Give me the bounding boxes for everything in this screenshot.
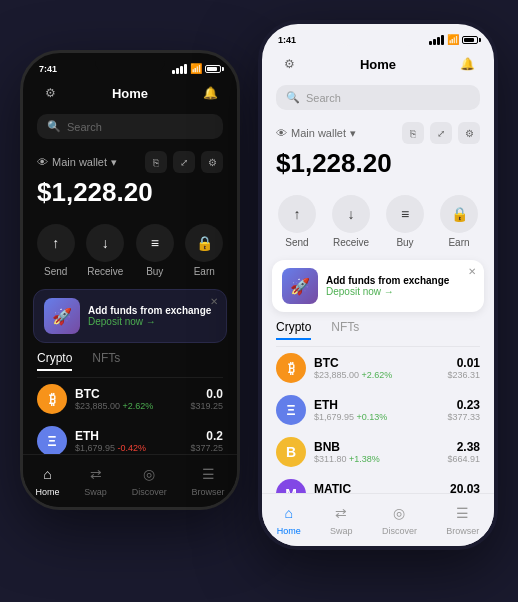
light-coin-matic[interactable]: M MATIC $0.92 -1.84% 20.03 $18.61 [262,473,494,493]
light-expand-button[interactable]: ⤢ [430,122,452,144]
dark-copy-button[interactable]: ⎘ [145,151,167,173]
light-tab-nfts[interactable]: NFTs [331,320,359,340]
dark-discover-icon: ◎ [138,463,160,485]
dark-btc-fiat: $319.25 [190,401,223,411]
dark-earn-icon: 🔒 [185,224,223,262]
dark-nav-browser[interactable]: ☰ Browser [192,463,225,497]
light-notification-button[interactable]: 🔔 [454,51,480,77]
light-matic-value: 20.03 $18.61 [450,482,480,493]
dark-wallet-dropdown-icon[interactable]: ▾ [111,156,117,169]
dark-action-buttons: ↑ Send ↓ Receive ≡ Buy 🔒 Earn [23,220,237,281]
dark-search-icon: 🔍 [47,120,61,133]
dark-btc-icon: ₿ [37,384,67,414]
dark-expand-button[interactable]: ⤢ [173,151,195,173]
dark-coin-btc[interactable]: ₿ BTC $23,885.00 +2.62% 0.0 $319.25 [23,378,237,420]
light-nav-home[interactable]: ⌂ Home [277,502,301,536]
light-eth-value: 0.23 $377.33 [447,398,480,422]
dark-home-icon: ⌂ [36,463,58,485]
dark-eth-detail: $1,679.95 -0.42% [75,443,182,453]
dark-wallet-balance: $1,228.20 [37,177,223,208]
dark-wallet-settings-button[interactable]: ⚙ [201,151,223,173]
light-wifi-icon: 📶 [447,34,459,45]
dark-send-label: Send [44,266,67,277]
light-eth-icon: Ξ [276,395,306,425]
dark-wallet-name-row: 👁 Main wallet ▾ ⎘ ⤢ ⚙ [37,151,223,173]
dark-nav-swap[interactable]: ⇄ Swap [84,463,107,497]
dark-nav-discover[interactable]: ◎ Discover [132,463,167,497]
light-bnb-info: BNB $311.80 +1.38% [314,440,439,464]
dark-btc-amount: 0.0 [190,387,223,401]
light-phone-notch [338,24,418,46]
light-wallet-dropdown-icon[interactable]: ▾ [350,127,356,140]
dark-battery-icon [205,65,221,73]
light-bottom-nav: ⌂ Home ⇄ Swap ◎ Discover ☰ Browser [262,493,494,546]
light-earn-button[interactable]: 🔒 Earn [440,195,478,248]
light-receive-button[interactable]: ↓ Receive [332,195,370,248]
light-coin-btc[interactable]: ₿ BTC $23,885.00 +2.62% 0.01 $236.31 [262,347,494,389]
dark-coin-eth[interactable]: Ξ ETH $1,679.95 -0.42% 0.2 $377.25 [23,420,237,454]
dark-nav-home[interactable]: ⌂ Home [35,463,59,497]
dark-browser-icon: ☰ [197,463,219,485]
dark-receive-label: Receive [87,266,123,277]
dark-browser-label: Browser [192,487,225,497]
dark-earn-button[interactable]: 🔒 Earn [185,224,223,277]
light-banner-rocket: 🚀 [282,268,318,304]
light-browser-label: Browser [446,526,479,536]
light-eth-amount: 0.23 [447,398,480,412]
dark-earn-label: Earn [194,266,215,277]
dark-notification-button[interactable]: 🔔 [197,80,223,106]
dark-top-bar: ⚙ Home 🔔 [23,76,237,110]
light-earn-icon: 🔒 [440,195,478,233]
light-bnb-amount: 2.38 [447,440,480,454]
light-matic-amount: 20.03 [450,482,480,493]
light-search-placeholder: Search [306,92,341,104]
light-matic-info: MATIC $0.92 -1.84% [314,482,442,493]
light-coin-list: ₿ BTC $23,885.00 +2.62% 0.01 $236.31 Ξ [262,347,494,493]
light-deposit-link[interactable]: Deposit now → [326,286,474,297]
light-receive-icon: ↓ [332,195,370,233]
light-banner-close[interactable]: ✕ [468,266,476,277]
light-buy-label: Buy [396,237,413,248]
dark-swap-icon: ⇄ [85,463,107,485]
light-buy-button[interactable]: ≡ Buy [386,195,424,248]
dark-coin-list: ₿ BTC $23,885.00 +2.62% 0.0 $319.25 Ξ [23,378,237,454]
dark-send-icon: ↑ [37,224,75,262]
light-matic-icon: M [276,479,306,493]
light-wallet-section: 👁 Main wallet ▾ ⎘ ⤢ ⚙ $1,228.20 [262,114,494,191]
dark-swap-label: Swap [84,487,107,497]
light-send-button[interactable]: ↑ Send [278,195,316,248]
dark-send-button[interactable]: ↑ Send [37,224,75,277]
dark-search-placeholder: Search [67,121,102,133]
light-send-label: Send [285,237,308,248]
light-nav-swap[interactable]: ⇄ Swap [330,502,353,536]
dark-status-right: 📶 [172,63,221,74]
dark-deposit-link[interactable]: Deposit now → [88,316,216,327]
dark-tab-nfts[interactable]: NFTs [92,351,120,371]
light-receive-label: Receive [333,237,369,248]
light-banner: 🚀 Add funds from exchange Deposit now → … [272,260,484,312]
light-btc-info: BTC $23,885.00 +2.62% [314,356,439,380]
light-nav-browser[interactable]: ☰ Browser [446,502,479,536]
light-search-bar[interactable]: 🔍 Search [276,85,480,110]
light-earn-label: Earn [448,237,469,248]
dark-receive-button[interactable]: ↓ Receive [86,224,124,277]
light-wallet-balance: $1,228.20 [276,148,480,179]
dark-search-bar[interactable]: 🔍 Search [37,114,223,139]
light-nav-discover[interactable]: ◎ Discover [382,502,417,536]
dark-banner-close[interactable]: ✕ [210,296,218,307]
phones-container: 7:41 📶 ⚙ [0,0,518,602]
light-copy-button[interactable]: ⎘ [402,122,424,144]
dark-eye-icon: 👁 [37,156,48,168]
dark-banner: 🚀 Add funds from exchange Deposit now → … [33,289,227,343]
light-wallet-settings-button[interactable]: ⚙ [458,122,480,144]
dark-btc-name: BTC [75,387,182,401]
light-tab-crypto[interactable]: Crypto [276,320,311,340]
light-coin-bnb[interactable]: B BNB $311.80 +1.38% 2.38 $664.91 [262,431,494,473]
dark-buy-button[interactable]: ≡ Buy [136,224,174,277]
dark-tab-crypto[interactable]: Crypto [37,351,72,371]
light-phone: 1:41 📶 ⚙ [258,20,498,550]
light-coin-eth[interactable]: Ξ ETH $1,679.95 +0.13% 0.23 $377.33 [262,389,494,431]
light-btc-fiat: $236.31 [447,370,480,380]
light-settings-button[interactable]: ⚙ [276,51,302,77]
dark-settings-button[interactable]: ⚙ [37,80,63,106]
